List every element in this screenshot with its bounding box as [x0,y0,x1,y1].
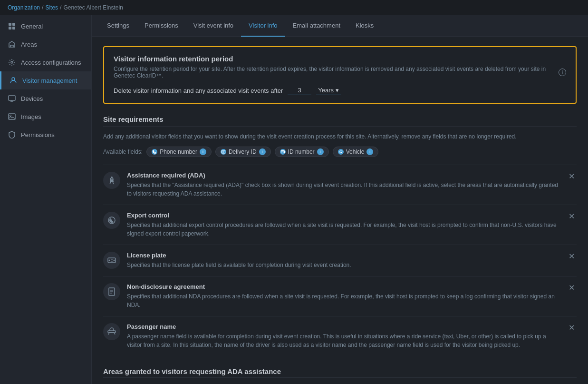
retention-period-card: Visitor information retention period Con… [103,46,577,104]
sidebar-item-label: Permissions [21,131,55,138]
non-disclosure-icon [103,283,120,300]
license-desc: Specifies that the license plate field i… [127,261,560,269]
vehicle-label: Vehicle [346,148,365,155]
svg-point-5 [12,78,15,80]
svg-rect-1 [12,23,15,26]
tab-permissions[interactable]: Permissions [137,15,186,37]
id-chip-add[interactable]: + [317,148,324,155]
retention-subtitle: Configure the retention period for your … [114,66,566,79]
sidebar-item-images[interactable]: Images [0,108,91,126]
svg-point-13 [341,152,341,153]
license-close-button[interactable]: ✕ [567,252,577,261]
sidebar-item-areas[interactable]: Areas [0,35,91,53]
info-icon[interactable]: i [559,69,566,76]
passenger-close-button[interactable]: ✕ [567,323,577,332]
sidebar-item-label: Access configurations [21,59,81,66]
id-number-label: ID number [288,148,315,155]
export-close-button[interactable]: ✕ [567,212,577,221]
tab-email-attachment[interactable]: Email attachment [285,15,348,37]
access-config-icon [8,58,16,67]
svg-rect-3 [12,27,15,30]
id-chip-icon [280,149,286,155]
svg-point-17 [109,260,110,261]
field-chip-vehicle[interactable]: Vehicle + [333,147,379,157]
export-control-icon [103,212,120,229]
areas-icon [8,40,16,49]
vehicle-chip-add[interactable]: + [366,148,373,155]
feature-content-passenger: Passenger name A passenger name field is… [127,323,560,349]
tab-settings[interactable]: Settings [99,15,137,37]
feature-item-non-disclosure: Non-disclosure agreement Specifies that … [103,276,577,316]
field-chip-phone-number[interactable]: Phone number + [146,147,212,157]
nda-title: Non-disclosure agreement [127,283,560,290]
sidebar-item-label: Areas [21,41,37,48]
images-icon [8,112,16,121]
feature-item-license-plate: License plate Specifies that the license… [103,245,577,276]
nda-desc: Specifies that additional NDA procedures… [127,292,560,309]
retention-label: Delete visitor information and any assoc… [114,87,283,94]
sidebar-item-permissions[interactable]: Permissions [0,126,91,144]
site-requirements-subtitle: Add any additional visitor fields that y… [103,133,577,140]
delivery-chip-add[interactable]: + [259,148,266,155]
passenger-title: Passenger name [127,323,560,330]
svg-rect-6 [9,96,15,100]
site-requirements-title: Site requirements [103,115,577,123]
sidebar-item-general[interactable]: General [0,17,91,35]
field-chip-delivery-id[interactable]: Delivery ID + [215,147,271,157]
permissions-icon [8,130,16,139]
sidebar-item-access-configurations[interactable]: Access configurations [0,53,91,71]
export-title: Export control [127,212,560,219]
delivery-chip-icon [221,149,226,155]
years-dropdown[interactable]: Years ▾ [316,86,341,95]
sidebar-item-visitor-management[interactable]: Visitor management [0,71,91,89]
general-icon [8,22,16,30]
svg-point-8 [10,115,11,117]
breadcrumb-org[interactable]: Organization [8,4,40,11]
svg-rect-0 [9,23,11,26]
vehicle-chip-icon [338,149,344,155]
svg-rect-20 [108,331,116,333]
breadcrumb-sites[interactable]: Sites [45,4,58,11]
available-fields-row: Available fields: Phone number + [103,147,577,157]
devices-icon [8,94,16,103]
feature-content-assistance: Assistance required (ADA) Specifies that… [127,172,560,198]
visitor-management-icon [9,76,18,85]
tabs-bar: Settings Permissions Visit event info Vi… [92,15,588,37]
feature-list: Assistance required (ADA) Specifies that… [103,165,577,356]
field-chip-id-number[interactable]: ID number + [275,147,329,157]
feature-item-assistance-required: Assistance required (ADA) Specifies that… [103,165,577,205]
delivery-id-label: Delivery ID [229,148,257,155]
breadcrumb-current: Genetec Albert Einstein [63,4,123,11]
license-plate-icon [103,252,120,269]
sidebar-item-label: Devices [21,95,43,102]
sidebar-item-devices[interactable]: Devices [0,89,91,108]
svg-rect-2 [9,27,11,30]
svg-point-12 [339,152,340,153]
svg-rect-9 [222,150,225,153]
feature-content-license: License plate Specifies that the license… [127,252,560,269]
svg-point-4 [11,61,13,63]
ada-section: Areas granted to visitors requesting ADA… [103,367,577,384]
license-title: License plate [127,252,560,259]
site-requirements-section: Site requirements Add any additional vis… [103,115,577,356]
nda-close-button[interactable]: ✕ [567,283,577,292]
feature-item-passenger-name: Passenger name A passenger name field is… [103,316,577,356]
feature-content-export: Export control Specifies that additional… [127,212,560,238]
retention-value-input[interactable] [288,86,311,95]
phone-chip-icon [152,149,157,155]
passenger-icon [103,323,120,340]
svg-point-18 [114,260,115,261]
tab-visitor-info[interactable]: Visitor info [241,15,285,37]
tab-visit-event-info[interactable]: Visit event info [186,15,241,37]
sidebar-item-label: General [21,23,43,30]
content-area: Visitor information retention period Con… [92,37,588,384]
ada-title: Areas granted to visitors requesting ADA… [103,367,577,375]
phone-chip-add[interactable]: + [200,148,206,155]
sidebar-item-label: Images [21,113,41,120]
breadcrumb: Organization / Sites / Genetec Albert Ei… [0,0,588,15]
tab-kiosks[interactable]: Kiosks [348,15,381,37]
export-desc: Specifies that additional export control… [127,221,560,238]
sidebar: General Areas Access configurations [0,15,92,384]
assistance-desc: Specifies that the "Assistance required … [127,181,560,198]
assistance-close-button[interactable]: ✕ [567,172,577,181]
